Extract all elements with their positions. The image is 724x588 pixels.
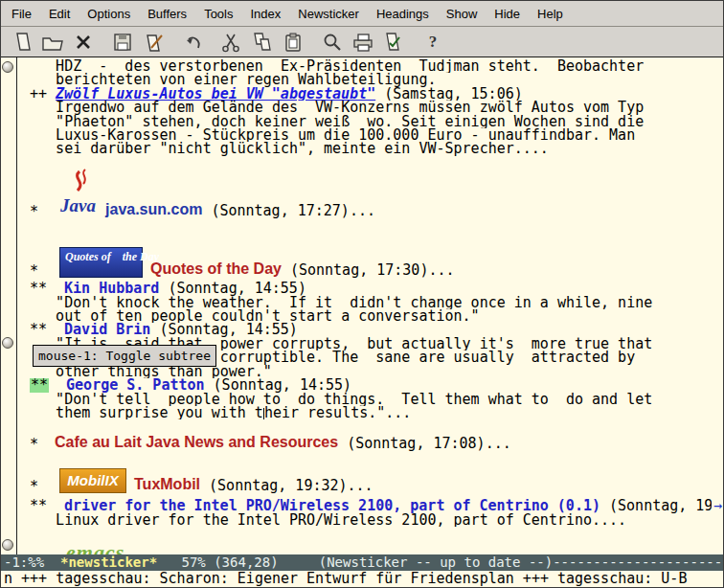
item-date: (Sonntag, 19: — [600, 499, 721, 512]
quote-text: heir results."... — [264, 406, 412, 419]
menu-tools[interactable]: Tools — [195, 4, 241, 24]
modeline[interactable]: -1:%% *newsticker* 57% (364,28) (Newstic… — [1, 554, 723, 571]
help-button[interactable]: ? — [419, 30, 447, 55]
menu-index[interactable]: Index — [241, 4, 289, 24]
search-icon — [321, 32, 344, 53]
menubar: File Edit Options Buffers Tools Index Ne… — [1, 1, 723, 27]
item-date: (Samstag, 15:06) — [375, 87, 523, 101]
undo-button[interactable] — [178, 30, 207, 55]
modeline-flags: -1:%% — [4, 554, 60, 570]
emacs-logo-text: emacs — [66, 544, 152, 554]
feed-heading-quotes: * Quotes ofthe Day Quotes of the Day (So… — [21, 247, 723, 278]
feed-item-intel: **driver for the Intel PRO/Wireless 2100… — [21, 499, 723, 512]
copy-button[interactable] — [248, 30, 277, 55]
article-line: Luxus-Karossen - Stückpreis um die 100.0… — [21, 128, 723, 142]
article-line: sei darüber "nicht glücklich", meinte ei… — [21, 142, 723, 155]
quote-author-row: **Kin Hubbard (Sonntag, 14:55) — [21, 282, 723, 295]
print-button[interactable] — [349, 30, 377, 55]
feed-date: (Sonntag, 17:27)... — [211, 204, 375, 218]
quote-author-row: **George S. Patton (Sonntag, 14:55) — [21, 378, 723, 392]
feed-title-java[interactable]: java.sun.com — [105, 200, 202, 218]
menu-options[interactable]: Options — [79, 4, 139, 24]
spell-check-button[interactable] — [379, 30, 408, 55]
article-line: "Phaeton" stehen, doch keiner weiß wo. S… — [21, 115, 723, 128]
modeline-buffer-name[interactable]: *newsticker* — [60, 554, 157, 570]
echo-area: n +++ tagesschau: Scharon: Eigener Entwu… — [1, 571, 723, 587]
open-folder-button[interactable] — [38, 30, 67, 55]
save-as-icon — [142, 32, 165, 53]
feed-heading-cafe: * Cafe au Lait Java News and Resources (… — [21, 433, 723, 451]
quotes-logo-line1: Quotes of — [65, 250, 111, 263]
buffer-window: HDZ - des verstorbenen Ex-Präsidenten Tu… — [1, 57, 723, 554]
menu-edit[interactable]: Edit — [40, 4, 79, 24]
close-buffer-button[interactable] — [69, 30, 98, 55]
quote-line: out of ten people couldn't start a conve… — [21, 309, 723, 323]
close-icon — [72, 32, 95, 53]
quotes-of-the-day-logo[interactable]: Quotes ofthe Day — [59, 247, 143, 278]
mobilix-logo[interactable]: MobilIX — [59, 468, 126, 493]
feed-prefix: * — [30, 264, 38, 278]
highlighted-item-prefix: ** — [30, 378, 49, 392]
article-line: berichteten von einer regen Wahlbeteilig… — [21, 73, 723, 86]
menu-help[interactable]: Help — [529, 4, 572, 24]
item-prefix: ** — [30, 499, 47, 512]
item-date: (Sonntag, 14:55) — [205, 378, 352, 392]
modeline-filler: ----------------------------------------… — [553, 554, 723, 570]
help-icon: ? — [429, 33, 438, 52]
feed-date: (Sonntag, 19:32)... — [209, 479, 373, 493]
cut-icon — [220, 32, 243, 53]
scrollbar-down-knob[interactable] — [2, 539, 13, 551]
vw-item-link[interactable]: Zwölf Luxus-Autos bei VW "abgestaubt" — [56, 87, 375, 101]
menu-newsticker[interactable]: Newsticker — [289, 4, 368, 24]
feed-title-cafe[interactable]: Cafe au Lait Java News and Resources — [55, 433, 338, 451]
item-date: (Sonntag, 14:55) — [159, 282, 306, 295]
author-link-david-brin[interactable]: David Brin — [64, 323, 150, 336]
vertical-scrollbar[interactable] — [1, 57, 17, 554]
feed-title-tuxmobil[interactable]: TuxMobil — [134, 475, 200, 493]
svg-text:Java: Java — [59, 195, 96, 215]
article-line: Irgendwo auf dem Gelände des VW-Konzerns… — [21, 101, 723, 114]
cut-button[interactable] — [217, 30, 246, 55]
spell-check-icon — [382, 32, 405, 53]
save-icon — [111, 32, 134, 53]
item-prefix: ++ — [30, 87, 47, 101]
quote-line: "Don't knock the weather. If it didn't c… — [21, 296, 723, 309]
new-document-button[interactable] — [8, 30, 36, 55]
menu-show[interactable]: Show — [438, 4, 486, 24]
intel-item-link[interactable]: driver for the Intel PRO/Wireless 2100, … — [64, 499, 600, 512]
menu-headings[interactable]: Headings — [368, 4, 438, 24]
feed-date: (Sonntag, 17:08)... — [347, 437, 511, 451]
article-line: Linux driver for the Intel PRO/Wireless … — [21, 513, 723, 527]
save-button[interactable] — [108, 30, 137, 55]
scrollbar-up-knob[interactable] — [2, 61, 13, 73]
feed-prefix: * — [30, 438, 38, 451]
open-folder-icon — [41, 32, 64, 53]
save-as-button[interactable] — [139, 30, 168, 55]
quote-line: "Don't tell people how to do things. Tel… — [21, 393, 723, 406]
menu-hide[interactable]: Hide — [486, 4, 529, 24]
quote-text: them surprise you with t — [21, 406, 263, 419]
print-icon — [351, 32, 374, 53]
feed-date: (Sonntag, 17:30)... — [290, 263, 455, 278]
paste-button[interactable] — [279, 30, 307, 55]
search-button[interactable] — [318, 30, 347, 55]
author-link-kin-hubbard[interactable]: Kin Hubbard — [64, 282, 159, 295]
scrollbar-thumb[interactable] — [2, 337, 13, 349]
feed-title-quotes[interactable]: Quotes of the Day — [150, 260, 282, 278]
article-line: HDZ - des verstorbenen Ex-Präsidenten Tu… — [21, 59, 723, 73]
newsticker-buffer[interactable]: HDZ - des verstorbenen Ex-Präsidenten Tu… — [17, 57, 723, 554]
copy-icon — [251, 32, 274, 53]
java-logo[interactable]: Java — [59, 169, 98, 218]
emacs-logo-partial[interactable]: emacs — [66, 544, 152, 554]
feed-item-vw: ++Zwölf Luxus-Autos bei VW "abgestaubt" … — [21, 87, 723, 101]
item-prefix: ** — [30, 282, 47, 295]
feed-prefix: * — [30, 480, 38, 493]
quote-line: them surprise you with their results."..… — [21, 406, 723, 419]
author-link-george-patton[interactable]: George S. Patton — [66, 378, 205, 392]
xemacs-frame: File Edit Options Buffers Tools Index Ne… — [0, 0, 724, 588]
toolbar: ? — [1, 27, 723, 57]
feed-heading-java: * Java java.sun.com (Sonntag, 17:27)... — [21, 169, 723, 218]
menu-file[interactable]: File — [3, 4, 40, 24]
menu-buffers[interactable]: Buffers — [139, 4, 195, 24]
undo-icon — [181, 32, 204, 53]
